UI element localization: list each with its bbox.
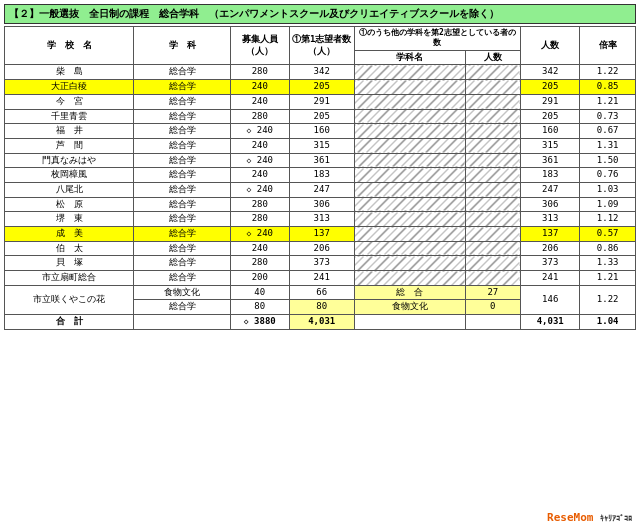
cell-bairitsu: 0.57 xyxy=(580,227,636,242)
table-row: 市立咲くやこの花 食物文化 40 66 総 合 27 146 1.22 xyxy=(5,285,636,300)
cell-gakka: 総合学 xyxy=(134,138,230,153)
cell-bairitsu: 1.21 xyxy=(580,271,636,286)
cell-school: 今 宮 xyxy=(5,94,134,109)
cell-gakkaname xyxy=(354,227,465,242)
cell-ninzu2 xyxy=(465,197,520,212)
cell-gakka: 総合学 xyxy=(134,124,230,139)
cell-gakkaname xyxy=(354,124,465,139)
cell-daishi: 205 xyxy=(289,109,354,124)
cell-gakka: 総合学 xyxy=(134,65,230,80)
cell-gakka: 食物文化 xyxy=(134,285,230,300)
cell-boshu: 240 xyxy=(230,94,289,109)
title-bar: 【２】一般選抜 全日制の課程 総合学科 （エンパワメントスクール及びクリエイティ… xyxy=(4,4,636,24)
cell-bairitsu: 1.03 xyxy=(580,182,636,197)
cell-gakka: 総合学 xyxy=(134,197,230,212)
cell-daishi: 160 xyxy=(289,124,354,139)
cell-daishi: 241 xyxy=(289,271,354,286)
cell-boshu: ◇ 240 xyxy=(230,227,289,242)
cell-daishi: 137 xyxy=(289,227,354,242)
cell-boshu: 240 xyxy=(230,168,289,183)
cell-ninzu2 xyxy=(465,241,520,256)
cell-daishi: 306 xyxy=(289,197,354,212)
cell-school: 松 原 xyxy=(5,197,134,212)
cell-boshu: 280 xyxy=(230,109,289,124)
cell-ninzu2 xyxy=(465,94,520,109)
cell-bairitsu: 0.67 xyxy=(580,124,636,139)
cell-school: 千里青雲 xyxy=(5,109,134,124)
cell-boshu: ◇ 240 xyxy=(230,182,289,197)
cell-boshu: 280 xyxy=(230,212,289,227)
table-row: 市立扇町総合 総合学 200 241 241 1.21 xyxy=(5,271,636,286)
cell-gakka: 総合学 xyxy=(134,94,230,109)
cell-ninzu2 xyxy=(465,271,520,286)
header-boshu: 募集人員（人） xyxy=(230,27,289,65)
cell-daishi: 361 xyxy=(289,153,354,168)
cell-school: 八尾北 xyxy=(5,182,134,197)
cell-ninzu: 205 xyxy=(521,80,580,95)
cell-ninzu2 xyxy=(465,80,520,95)
cell-daishi: 342 xyxy=(289,65,354,80)
table-row: 今 宮 総合学 240 291 291 1.21 xyxy=(5,94,636,109)
table-row: 伯 太 総合学 240 206 206 0.86 xyxy=(5,241,636,256)
resemom-sub: ｷｬﾘｱｺﾞｺﾛ xyxy=(600,514,632,523)
cell-ninzu2 xyxy=(465,65,520,80)
cell-gakkaname xyxy=(354,241,465,256)
cell-bairitsu: 1.33 xyxy=(580,256,636,271)
cell-gakkaname: 食物文化 xyxy=(354,300,465,315)
header-daishi: ①第1志望者数（人） xyxy=(289,27,354,65)
cell-ninzu2 xyxy=(465,227,520,242)
cell-boshu: 280 xyxy=(230,197,289,212)
main-table: 学 校 名 学 科 募集人員（人） ①第1志望者数（人） ①のうち他の学科を第2… xyxy=(4,26,636,330)
cell-boshu: 280 xyxy=(230,256,289,271)
resemom-logo: ReseMom ｷｬﾘｱｺﾞｺﾛ xyxy=(547,511,632,524)
cell-ninzu2 xyxy=(465,168,520,183)
cell-ninzu: 183 xyxy=(521,168,580,183)
table-row: 芦 間 総合学 240 315 315 1.31 xyxy=(5,138,636,153)
table-row: 松 原 総合学 280 306 306 1.09 xyxy=(5,197,636,212)
cell-bairitsu: 1.09 xyxy=(580,197,636,212)
cell-school: 大正白稜 xyxy=(5,80,134,95)
cell-gakkaname xyxy=(354,138,465,153)
cell-gakkaname xyxy=(354,65,465,80)
cell-school: 成 美 xyxy=(5,227,134,242)
cell-gakka: 総合学 xyxy=(134,153,230,168)
cell-ninzu2: 0 xyxy=(465,300,520,315)
cell-gakka: 総合学 xyxy=(134,256,230,271)
cell-gakkaname xyxy=(354,197,465,212)
resemom-text: ReseMom xyxy=(547,511,593,524)
cell-bairitsu: 0.85 xyxy=(580,80,636,95)
cell-daishi: 315 xyxy=(289,138,354,153)
cell-ninzu2 xyxy=(465,182,520,197)
cell-daishi: 205 xyxy=(289,80,354,95)
cell-school: 門真なみはや xyxy=(5,153,134,168)
cell-daishi: 247 xyxy=(289,182,354,197)
table-row: 八尾北 総合学 ◇ 240 247 247 1.03 xyxy=(5,182,636,197)
page-wrapper: 【２】一般選抜 全日制の課程 総合学科 （エンパワメントスクール及びクリエイティ… xyxy=(0,0,640,532)
cell-daishi: 373 xyxy=(289,256,354,271)
cell-boshu: 80 xyxy=(230,300,289,315)
cell-school: 市立咲くやこの花 xyxy=(5,285,134,314)
table-row: 貝 塚 総合学 280 373 373 1.33 xyxy=(5,256,636,271)
cell-boshu: 240 xyxy=(230,241,289,256)
cell-gakkaname xyxy=(354,153,465,168)
table-row: 門真なみはや 総合学 ◇ 240 361 361 1.50 xyxy=(5,153,636,168)
cell-ninzu2 xyxy=(465,212,520,227)
cell-gakka: 総合学 xyxy=(134,212,230,227)
cell-gakka xyxy=(134,315,230,330)
header-ninzu2: 人数 xyxy=(465,50,520,65)
cell-ninzu2 xyxy=(465,315,520,330)
cell-bairitsu: 0.86 xyxy=(580,241,636,256)
cell-bairitsu: 0.73 xyxy=(580,109,636,124)
cell-ninzu: 361 xyxy=(521,153,580,168)
cell-gakka: 総合学 xyxy=(134,168,230,183)
cell-gakkaname xyxy=(354,94,465,109)
cell-ninzu: 313 xyxy=(521,212,580,227)
cell-ninzu2 xyxy=(465,138,520,153)
header-gakkaname: 学科名 xyxy=(354,50,465,65)
cell-ninzu2 xyxy=(465,256,520,271)
cell-ninzu: 315 xyxy=(521,138,580,153)
cell-bairitsu: 1.04 xyxy=(580,315,636,330)
cell-daishi: 4,031 xyxy=(289,315,354,330)
table-row: 柴 島 総合学 280 342 342 1.22 xyxy=(5,65,636,80)
cell-ninzu: 146 xyxy=(521,285,580,314)
